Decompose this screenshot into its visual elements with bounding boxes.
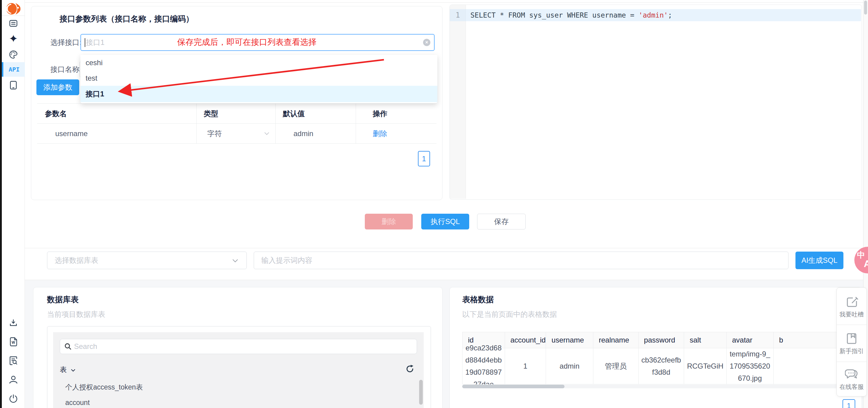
sidebar-item-logout[interactable] <box>8 394 19 404</box>
translate-fab[interactable]: 中 A <box>854 247 868 273</box>
sidebar <box>2 0 25 408</box>
db-table-select[interactable]: 选择数据库表 <box>47 251 247 269</box>
sql-code-line[interactable]: SELECT * FROM sys_user WHERE username = … <box>470 12 672 19</box>
user-icon <box>8 375 19 385</box>
save-button[interactable]: 保存 <box>477 214 526 230</box>
app-logo[interactable] <box>5 2 21 15</box>
chevron-down-icon <box>232 259 238 263</box>
search-icon <box>64 343 72 350</box>
data-table-row[interactable]: e9ca23d68d884d4ebb19d07889727dae 1 admin… <box>463 348 850 384</box>
clownfish-logo-icon <box>5 2 21 15</box>
params-col-name: 参数名 <box>37 104 197 123</box>
sidebar-item-api-label: API <box>3 62 25 77</box>
feedback-label[interactable]: 我要吐槽 <box>836 311 867 317</box>
data-pagination-page-1[interactable]: 1 <box>842 399 855 408</box>
sidebar-item-word-export[interactable]: W <box>8 336 19 347</box>
delete-sql-button[interactable]: 删除 <box>365 214 413 230</box>
db-panel-subtitle: 当前项目数据库表 <box>47 311 105 318</box>
add-param-button[interactable]: 添加参数 <box>36 79 79 95</box>
dropdown-item-jiekou1[interactable]: 接口1 <box>81 86 437 102</box>
param-type-value: 字符 <box>207 129 222 139</box>
col-username: username <box>546 332 593 348</box>
chevron-down-icon <box>71 369 75 372</box>
word-doc-icon: W <box>8 336 19 347</box>
sql-editor-panel[interactable]: 1 SELECT * FROM sys_user WHERE username … <box>450 5 862 200</box>
sidebar-item-magic[interactable]: ✦ <box>8 33 19 44</box>
sidebar-item-download[interactable] <box>8 318 19 328</box>
svg-text:W: W <box>11 340 15 345</box>
col-avatar: avatar <box>726 332 774 348</box>
interface-name-label: 接口名称: <box>51 66 82 73</box>
download-icon <box>8 318 19 328</box>
cell-username: admin <box>546 348 593 384</box>
sql-code-pre: SELECT * FROM sys_user WHERE username = <box>470 11 639 19</box>
cell-password: cb362cfeefbf3d8d <box>639 348 684 384</box>
param-default-cell[interactable]: admin <box>276 124 356 143</box>
translate-en-glyph: A <box>864 259 868 269</box>
sidebar-item-mobile[interactable] <box>10 81 17 90</box>
params-col-type: 类型 <box>197 104 276 123</box>
sidebar-item-user[interactable] <box>8 375 19 385</box>
col-account-id: account_id <box>505 332 546 348</box>
refresh-tables-button[interactable] <box>405 364 414 373</box>
clear-input-icon[interactable]: × <box>423 39 430 46</box>
annotation-text: 保存完成后，即可在接口列表查看选择 <box>177 38 316 46</box>
sidebar-item-form[interactable] <box>9 20 17 27</box>
cell-realname: 管理员 <box>593 348 639 384</box>
dropdown-item-label: test <box>86 74 97 82</box>
power-icon <box>8 394 19 404</box>
scrollbar-thumb[interactable] <box>864 1 867 14</box>
guide-button[interactable] <box>845 332 858 345</box>
cell-salt: RCGTeGiH <box>684 348 726 384</box>
params-col-default: 默认值 <box>276 104 356 123</box>
guide-label[interactable]: 新手指引 <box>836 348 867 354</box>
params-pagination-page-1[interactable]: 1 <box>418 151 430 166</box>
float-menu-divider-1 <box>837 325 866 325</box>
feedback-button[interactable] <box>845 295 858 308</box>
chevron-down-icon <box>265 132 269 135</box>
db-table-select-placeholder: 选择数据库表 <box>55 257 98 264</box>
sidebar-item-doc-preview[interactable] <box>8 355 19 366</box>
tree-item-access-token[interactable]: 个人授权access_token表 <box>65 384 143 391</box>
refresh-icon <box>405 364 414 373</box>
tree-scrollbar-thumb[interactable] <box>419 380 423 405</box>
sparkle-icon: ✦ <box>9 32 18 45</box>
param-delete-link[interactable]: 删除 <box>356 124 436 143</box>
sidebar-item-theme[interactable] <box>9 50 18 59</box>
tree-root-node[interactable]: 表 <box>60 366 75 373</box>
file-search-icon <box>8 355 19 366</box>
prompt-input[interactable] <box>254 251 788 269</box>
params-col-action: 操作 <box>356 104 436 123</box>
param-name-cell[interactable]: username <box>37 124 197 143</box>
float-menu-divider-2 <box>837 362 866 362</box>
tree-item-account[interactable]: account <box>65 399 90 406</box>
data-table-hscroll-thumb[interactable] <box>462 385 564 388</box>
sql-code-end: ; <box>668 11 672 19</box>
dropdown-item-label: 接口1 <box>86 89 104 99</box>
dropdown-item-test[interactable]: test <box>81 70 437 86</box>
support-label[interactable]: 在线客服 <box>836 384 867 390</box>
top-bar <box>2 0 868 3</box>
data-panel-title: 表格数据 <box>462 296 494 303</box>
data-panel-subtitle: 以下是当前页面中的表格数据 <box>462 311 557 318</box>
ai-generate-sql-button[interactable]: AI生成SQL <box>796 251 843 269</box>
editor-gutter <box>450 5 466 199</box>
db-panel-title: 数据库表 <box>47 296 79 303</box>
execute-sql-button[interactable]: 执行SQL <box>421 214 469 230</box>
params-table-header: 参数名 类型 默认值 操作 <box>37 103 436 124</box>
param-type-select[interactable]: 字符 <box>197 124 276 143</box>
data-table-header: id account_id username realname password… <box>463 332 850 348</box>
col-realname: realname <box>593 332 639 348</box>
interface-dropdown: ceshi test 接口1 <box>81 55 437 103</box>
sidebar-item-api[interactable]: API <box>2 62 25 77</box>
data-table: id account_id username realname password… <box>462 332 850 384</box>
palette-icon <box>9 50 18 59</box>
chat-bubbles-icon <box>845 368 859 381</box>
support-button[interactable] <box>845 368 859 381</box>
cell-avatar: temp/img-9_1709535620670.jpg <box>726 348 774 384</box>
table-search-input[interactable] <box>60 339 417 354</box>
app-root: ✦ API W <box>0 0 868 408</box>
params-table: 参数名 类型 默认值 操作 username 字符 admin 删除 <box>37 103 436 144</box>
dropdown-item-ceshi[interactable]: ceshi <box>81 55 437 70</box>
col-salt: salt <box>684 332 726 348</box>
